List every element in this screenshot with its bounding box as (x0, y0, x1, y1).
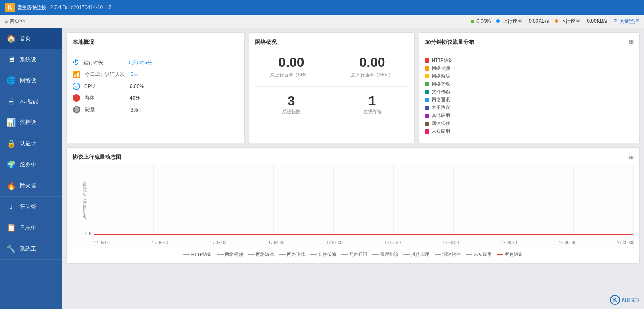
status-bar: 0.00% 上行速率： 0.00KB/s 下行速率： 0.00KB/s 🖹 流量… (471, 18, 639, 25)
sidebar-item-ac[interactable]: 🖨 AC智能 (0, 91, 62, 112)
sidebar-item-service[interactable]: 🌍 服务中 (0, 154, 62, 175)
x-label: 17:09:30 (617, 241, 633, 245)
sidebar-label-ac: AC智能 (20, 98, 38, 105)
legend-item: 网络游戏 (425, 73, 634, 79)
memory-icon: − (73, 94, 80, 102)
bottom-legend-item: 所有协议 (497, 251, 523, 258)
bottom-legend-item: HTTP协议 (183, 251, 212, 258)
legend-line-color (310, 254, 317, 255)
sidebar-label-routing: 流控设 (20, 119, 36, 126)
content-area: 本地概况 ⏱ 运行时长 0天0时5分 📶 今日成功认证人次 0人 (62, 28, 644, 309)
runtime-icon: ⏱ (73, 59, 79, 66)
chart-title: 协议上行流量动态图 ⊞ (73, 153, 634, 161)
sidebar-label-firewall: 防火墙 (20, 182, 36, 190)
x-label: 17:06:00 (210, 241, 226, 245)
behavior-icon: ↓ (7, 202, 16, 211)
network-overview-card: 网络概况 0.00 总上行速率（KB/s） 0.00 总下行速率（KB/s） 3… (249, 32, 415, 143)
sidebar-label-behavior: 行为管 (20, 203, 36, 211)
chart-expand-icon[interactable]: ⊞ (629, 154, 634, 161)
sidebar-item-firewall[interactable]: 🔥 防火墙 (0, 175, 62, 197)
legend-item: 测速软件 (425, 120, 634, 127)
sidebar-item-sysutil[interactable]: 🔧 系统工 (0, 238, 62, 260)
legend-item: 常用协议 (425, 105, 634, 111)
auth-count-value: 0人 (131, 71, 139, 78)
status-percent: 0.00% (476, 19, 491, 24)
breadcrumb: ⌂ 首页>> (5, 18, 25, 25)
x-label: 17:07:00 (326, 241, 343, 245)
legend-label: HTTP协议 (432, 57, 453, 63)
legend-color (425, 98, 429, 102)
legend-line-color (217, 254, 224, 255)
sidebar-label-home: 首页 (20, 35, 31, 42)
bottom-legend-item: 其他应用 (403, 251, 430, 258)
logo-circle: K (610, 295, 620, 305)
legend-line-color (183, 254, 190, 255)
widgets-row: 本地概况 ⏱ 运行时长 0天0时5分 📶 今日成功认证人次 0人 (66, 32, 640, 143)
chart-data-line (94, 234, 633, 235)
legend-color (425, 66, 429, 71)
sidebar-label-sysutil: 系统工 (20, 245, 36, 253)
sidebar-item-network[interactable]: 🌐 网络设 (0, 70, 62, 91)
status-dot-orange (555, 19, 558, 23)
routing-icon: 📊 (7, 118, 16, 127)
status-dot-blue (496, 19, 500, 23)
flow-monitor-label: 流量监控 (619, 18, 639, 25)
bottom-legend-label: HTTP协议 (191, 251, 212, 258)
chart-y-label: 5分钟数据延迟(毫秒) (75, 165, 94, 235)
sidebar-item-home[interactable]: 🏠 首页 (0, 28, 62, 49)
sidebar-item-log[interactable]: 📋 日志中 (0, 217, 62, 238)
sidebar-item-system[interactable]: 🖥 系统设 (0, 49, 62, 70)
bottom-legend-label: 网络通讯 (349, 251, 367, 258)
bottom-legend-item: 网络游戏 (248, 251, 274, 258)
total-connections-label: 总连接数 (255, 109, 328, 115)
legend-line-color (341, 254, 348, 255)
logo-subtitle: 爱生活·快连接 (17, 5, 46, 11)
chart-area: 5分钟数据延迟(毫秒) 0 B 17:05:0017:05:3017:06:00… (73, 165, 634, 248)
sidebar-item-routing[interactable]: 📊 流控设 (0, 112, 62, 133)
memory-label: 内存 (84, 95, 126, 102)
chart-title-text: 协议上行流量动态图 (73, 153, 121, 161)
legend-color (425, 58, 429, 63)
bottom-legend-item: 常用协议 (372, 251, 399, 258)
upload-value: 0.00KB/s (529, 18, 549, 24)
version-label: 2.7.4 Build20170414-10_17 (50, 5, 111, 10)
legend-item: HTTP协议 (425, 57, 634, 63)
bottom-legend-label: 其他应用 (411, 251, 430, 258)
x-label: 17:06:30 (268, 241, 284, 245)
status-dot-green (471, 20, 474, 23)
network-overview-title: 网络概况 (255, 39, 408, 49)
legend-line-color (466, 254, 472, 255)
x-label: 17:05:00 (94, 241, 110, 245)
legend-color (425, 129, 429, 134)
upload-block: 0.00 总上行速率（KB/s） (255, 55, 328, 78)
sidebar-item-auth[interactable]: 🔒 认证计 (0, 133, 62, 154)
gridline (94, 165, 94, 235)
legend-item: 其他应用 (425, 112, 634, 119)
sidebar-label-log: 日志中 (20, 224, 36, 231)
flow-monitor-link[interactable]: 🖹 流量监控 (613, 18, 639, 25)
gridline (153, 165, 154, 235)
cpu-label: CPU (84, 83, 126, 89)
stat-row-cpu: ○ CPU 0.00% (73, 83, 238, 90)
legend-list: HTTP协议网络视频网络游戏网络下载文件传输网络通讯常用协议其他应用测速软件未知… (425, 55, 634, 137)
top-bar: K 爱生活·快连接 2.7.4 Build20170414-10_17 (0, 0, 644, 15)
status-indicator: 0.00% (471, 19, 491, 24)
local-overview-title: 本地概况 (73, 39, 238, 49)
breadcrumb-text: 首页>> (10, 18, 25, 24)
gridline (573, 165, 574, 235)
service-icon: 🌍 (7, 160, 16, 169)
upload-label: 上行速率： (503, 18, 527, 24)
bottom-legend-label: 测速软件 (442, 251, 461, 258)
bottom-legend-item: 测速软件 (435, 251, 461, 258)
gridline (453, 165, 454, 235)
expand-icon[interactable]: ⊞ (629, 39, 634, 45)
sidebar-item-behavior[interactable]: ↓ 行为管 (0, 197, 62, 217)
legend-label: 网络游戏 (432, 73, 450, 79)
stat-row-runtime: ⏱ 运行时长 0天0时5分 (73, 59, 238, 66)
protocol-chart-card: 协议上行流量动态图 ⊞ 5分钟数据延迟(毫秒) 0 B 17:05:0017:0… (66, 147, 640, 264)
legend-label: 网络下载 (432, 81, 450, 87)
legend-item: 网络通讯 (425, 97, 634, 103)
online-terminals-value: 1 (336, 93, 408, 109)
auth-icon: 🔒 (7, 139, 16, 148)
local-overview-card: 本地概况 ⏱ 运行时长 0天0时5分 📶 今日成功认证人次 0人 (66, 32, 245, 143)
